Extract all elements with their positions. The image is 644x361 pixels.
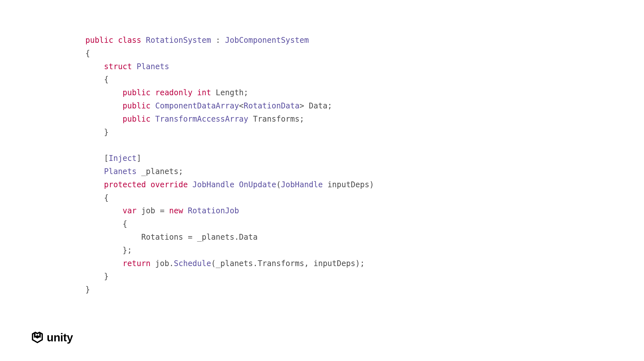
code-token: > Data;	[300, 101, 332, 110]
code-token	[188, 180, 192, 189]
code-token	[150, 115, 155, 124]
code-token	[234, 180, 239, 189]
code-token	[85, 62, 104, 71]
code-line: {	[85, 47, 374, 60]
code-token: Planets	[137, 62, 169, 71]
code-token: var	[123, 206, 137, 215]
unity-logo-text: unity	[47, 331, 73, 344]
code-token: return	[123, 259, 151, 268]
code-token: JobHandle	[281, 180, 323, 189]
code-token: };	[85, 246, 132, 255]
code-token	[150, 101, 155, 110]
code-token: RotationJob	[188, 206, 239, 215]
code-token	[141, 36, 146, 45]
code-token: {	[85, 193, 109, 202]
code-line: }	[85, 283, 374, 296]
unity-logo: unity	[31, 331, 73, 344]
code-token	[183, 206, 187, 215]
code-token: ComponentDataArray	[155, 101, 239, 110]
code-token	[85, 167, 104, 176]
code-token: Length;	[211, 88, 248, 97]
code-token: {	[85, 75, 109, 84]
code-token: }	[85, 272, 109, 281]
code-token: (_planets.Transforms, inputDeps);	[211, 259, 365, 268]
code-token	[85, 115, 123, 124]
code-token	[85, 101, 123, 110]
code-token: Planets	[104, 167, 137, 176]
code-token	[85, 259, 123, 268]
code-line: struct Planets	[85, 60, 374, 73]
code-token: <	[239, 101, 244, 110]
code-line: {	[85, 218, 374, 231]
code-token: [	[85, 154, 109, 163]
code-line: return job.Schedule(_planets.Transforms,…	[85, 257, 374, 270]
code-token: :	[211, 36, 225, 45]
code-line: Rotations = _planets.Data	[85, 231, 374, 244]
code-token	[85, 88, 123, 97]
code-token: RotationSystem	[146, 36, 211, 45]
code-token	[85, 180, 104, 189]
code-token: {	[85, 219, 127, 228]
code-token: Inject	[109, 154, 137, 163]
code-token: ]	[137, 154, 141, 163]
unity-logo-icon	[31, 331, 44, 344]
code-line: }	[85, 126, 374, 139]
code-line: public class RotationSystem : JobCompone…	[85, 34, 374, 47]
code-token: OnUpdate	[239, 180, 276, 189]
code-token: Schedule	[174, 259, 211, 268]
code-token: RotationData	[244, 101, 299, 110]
code-line: protected override JobHandle OnUpdate(Jo…	[85, 178, 374, 191]
code-token: job =	[137, 206, 169, 215]
code-line: {	[85, 73, 374, 86]
code-token: public	[123, 101, 151, 110]
code-token: new	[169, 206, 183, 215]
code-line: {	[85, 191, 374, 205]
code-block: public class RotationSystem : JobCompone…	[85, 34, 374, 296]
code-token: job.	[150, 259, 174, 268]
code-token: public class	[85, 36, 141, 45]
code-token: (	[276, 180, 281, 189]
code-token: TransformAccessArray	[155, 115, 248, 124]
code-token: {	[85, 49, 90, 58]
code-token: public readonly int	[123, 88, 211, 97]
code-line: var job = new RotationJob	[85, 204, 374, 218]
code-line: public ComponentDataArray<RotationData> …	[85, 99, 374, 113]
code-line: public readonly int Length;	[85, 86, 374, 99]
code-token: JobComponentSystem	[225, 36, 309, 45]
code-line: };	[85, 244, 374, 257]
code-token: Transforms;	[248, 115, 304, 124]
code-line: }	[85, 270, 374, 283]
code-token: Rotations = _planets.Data	[85, 233, 258, 242]
code-token	[132, 62, 137, 71]
code-token: inputDeps)	[323, 180, 374, 189]
code-line: public TransformAccessArray Transforms;	[85, 113, 374, 126]
code-token: struct	[104, 62, 132, 71]
code-token: }	[85, 128, 109, 137]
code-token: protected override	[104, 180, 188, 189]
code-token: _planets;	[137, 167, 183, 176]
code-token: public	[123, 115, 151, 124]
code-token: }	[85, 285, 90, 294]
code-token: JobHandle	[192, 180, 234, 189]
code-token	[85, 206, 123, 215]
code-line: Planets _planets;	[85, 165, 374, 178]
code-line: [Inject]	[85, 152, 374, 165]
code-line	[85, 139, 374, 152]
